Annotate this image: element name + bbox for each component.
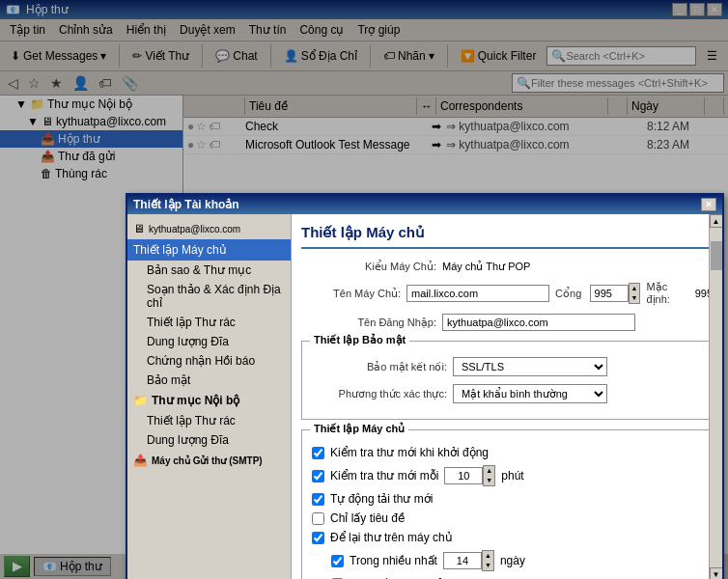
leave-on-server-label: Để lại thư trên máy chủ xyxy=(330,531,453,544)
security-section-title: Thiết lập Bảo mật xyxy=(310,334,409,346)
leave-on-server-row: Để lại thư trên máy chủ xyxy=(312,531,702,544)
max-messages-input[interactable] xyxy=(443,552,482,569)
port-down[interactable]: ▼ xyxy=(630,293,640,303)
auth-method-row: Phương thức xác thực: Mật khẩu bình thườ… xyxy=(312,384,702,403)
max-up[interactable]: ▲ xyxy=(483,551,493,561)
headers-only-label: Chỉ lấy tiêu đề xyxy=(330,511,405,525)
default-label: Mặc định: xyxy=(646,281,688,306)
modal-close-btn[interactable]: ✕ xyxy=(701,198,716,211)
nav-server-label: Thiết lập Máy chủ xyxy=(133,243,227,257)
auth-method-label: Phương thức xác thực: xyxy=(312,388,447,400)
check-startup-row: Kiểm tra thư mới khi khởi động xyxy=(312,446,702,459)
username-label: Tên Đăng Nhập: xyxy=(301,317,436,329)
modal-content: Thiết lập Máy chủ Kiểu Máy Chủ: Máy chủ … xyxy=(292,214,722,579)
server-type-label: Kiểu Máy Chủ: xyxy=(301,261,436,273)
nav-junk-settings[interactable]: Thiết lập Thư rác xyxy=(127,313,291,332)
check-interval-label: Kiểm tra thư mới mỗi xyxy=(330,469,438,482)
port-label: Cổng xyxy=(555,288,583,300)
server-type-value: Máy chủ Thư POP xyxy=(442,261,530,273)
headers-only-cb[interactable] xyxy=(312,512,324,525)
conn-security-label: Bảo mật kết nối: xyxy=(312,361,447,373)
check-interval-cb[interactable] xyxy=(312,470,324,482)
nav-server-settings[interactable]: Thiết lập Máy chủ xyxy=(127,239,291,261)
max-messages-unit: ngày xyxy=(500,554,525,567)
account-nav-icon: 🖥 xyxy=(133,222,145,235)
check-startup-label: Kiểm tra thư mới khi khởi động xyxy=(330,446,489,459)
conn-security-select[interactable]: SSL/TLS STARTTLS None xyxy=(453,357,607,376)
auth-method-select[interactable]: Mật khẩu bình thường Mật khẩu mã hóa OAu… xyxy=(453,384,607,403)
port-spinner[interactable]: ▲ ▼ xyxy=(629,283,641,304)
server-settings-title: Thiết lập Máy chủ xyxy=(310,423,408,435)
nav-account-header: 🖥 kythuatpa@lixco.com xyxy=(127,218,291,239)
server-name-row: Tên Máy Chủ: Cổng ▲ ▼ Mặc định: 995 xyxy=(301,281,713,306)
auto-download-cb[interactable] xyxy=(312,493,324,506)
interval-unit: phút xyxy=(501,469,523,482)
modal-body: 🖥 kythuatpa@lixco.com Thiết lập Máy chủ … xyxy=(127,214,722,579)
nav-section2-header: 📁 Thư mục Nội bộ xyxy=(127,390,291,411)
nav-return-receipts[interactable]: Chứng nhận Hồi báo xyxy=(127,351,291,371)
server-type-row: Kiểu Máy Chủ: Máy chủ Thư POP xyxy=(301,261,713,273)
port-field: ▲ ▼ xyxy=(590,283,641,304)
check-interval-row: Kiểm tra thư mới mỗi ▲ ▼ phút xyxy=(312,465,702,486)
max-messages-cb[interactable] xyxy=(331,555,344,567)
modal-overlay: Thiết lập Tài khoản ✕ 🖥 kythuatpa@lixco.… xyxy=(0,0,728,579)
max-messages-spinner[interactable]: ▲ ▼ xyxy=(482,550,494,571)
server-name-input[interactable] xyxy=(406,285,549,302)
max-messages-field: ▲ ▼ xyxy=(443,550,494,571)
max-down[interactable]: ▼ xyxy=(483,561,493,570)
username-row: Tên Đăng Nhập: xyxy=(301,314,713,331)
connection-security-row: Bảo mật kết nối: SSL/TLS STARTTLS None xyxy=(312,357,702,376)
interval-field: ▲ ▼ xyxy=(444,465,495,486)
modal-title: Thiết lập Tài khoản xyxy=(133,198,239,211)
username-input[interactable] xyxy=(442,314,635,331)
modal-nav: 🖥 kythuatpa@lixco.com Thiết lập Máy chủ … xyxy=(127,214,292,579)
nav-junk2[interactable]: Thiết lập Thư rác xyxy=(127,411,291,430)
scroll-up-btn[interactable]: ▲ xyxy=(710,214,723,228)
section3-icon: 📤 xyxy=(133,454,148,467)
check-startup-cb[interactable] xyxy=(312,447,324,459)
interval-spinner[interactable]: ▲ ▼ xyxy=(483,465,495,486)
account-settings-modal: Thiết lập Tài khoản ✕ 🖥 kythuatpa@lixco.… xyxy=(126,193,724,579)
auto-download-label: Tự động tải thư mới xyxy=(330,492,433,506)
scroll-thumb[interactable] xyxy=(711,241,722,270)
content-title: Thiết lập Máy chủ xyxy=(301,224,713,249)
nav-disk-space[interactable]: Dung lượng Đĩa xyxy=(127,332,291,351)
server-name-label: Tên Máy Chủ: xyxy=(301,288,401,300)
interval-down[interactable]: ▼ xyxy=(484,476,494,485)
nav-section3-header[interactable]: 📤 Máy chủ Gửi thư (SMTP) xyxy=(127,450,291,471)
security-section: Thiết lập Bảo mật Bảo mật kết nối: SSL/T… xyxy=(301,341,713,420)
port-input[interactable] xyxy=(590,285,629,302)
auto-download-row: Tự động tải thư mới xyxy=(312,492,702,506)
headers-only-row: Chỉ lấy tiêu đề xyxy=(312,511,702,525)
interval-input[interactable] xyxy=(444,467,483,484)
nav-compose-address[interactable]: Soạn thảo & Xác định Địa chỉ xyxy=(127,280,291,313)
leave-on-server-cb[interactable] xyxy=(312,532,324,544)
server-settings-section: Thiết lập Máy chủ Kiểm tra thư mới khi k… xyxy=(301,429,713,579)
port-up[interactable]: ▲ xyxy=(630,284,640,293)
max-messages-label: Trong nhiều nhất xyxy=(350,554,437,567)
nav-copy-folder[interactable]: Bản sao & Thư mục xyxy=(127,261,291,280)
interval-up[interactable]: ▲ xyxy=(484,466,494,476)
account-nav-email: kythuatpa@lixco.com xyxy=(149,224,240,234)
nav-security[interactable]: Bảo mật xyxy=(127,371,291,390)
modal-scrollbar[interactable]: ▲ ▼ xyxy=(709,214,722,579)
nav-disk2[interactable]: Dung lượng Đĩa xyxy=(127,430,291,450)
section2-icon: 📁 xyxy=(133,394,148,407)
max-messages-row: Trong nhiều nhất ▲ ▼ ngày xyxy=(331,550,702,571)
scroll-down-btn[interactable]: ▼ xyxy=(710,567,723,579)
modal-title-bar: Thiết lập Tài khoản ✕ xyxy=(127,195,722,214)
